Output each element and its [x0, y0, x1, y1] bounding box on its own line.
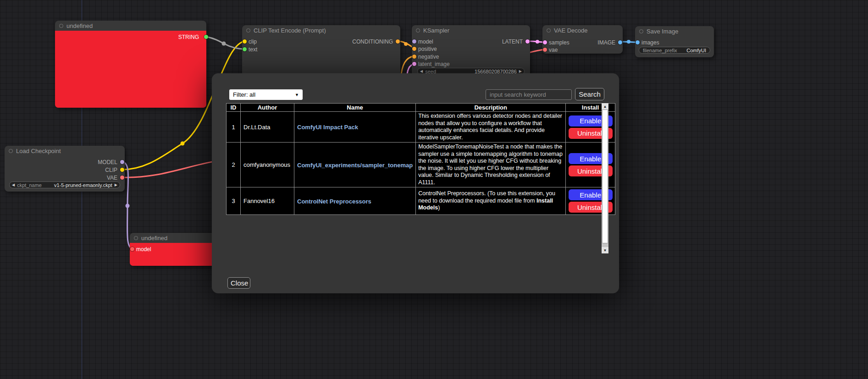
table-scrollbar[interactable]: ▲ ▼ — [602, 103, 608, 253]
table-row: 1 Dr.Lt.Data ComfyUI Impact Pack This ex… — [227, 112, 615, 143]
widget-right-arrow-icon[interactable]: ▶ — [517, 69, 524, 73]
extension-author: Fannovel16 — [241, 187, 294, 215]
input-label-images: images — [641, 39, 659, 46]
extension-link[interactable]: ControlNet Preprocessors — [297, 198, 371, 205]
search-button[interactable]: Search — [575, 88, 604, 100]
widget-left-arrow-icon[interactable]: ◀ — [10, 183, 17, 187]
input-slot-vae[interactable] — [543, 48, 547, 52]
extension-description: ModelSamplerTonemapNoiseTest a node that… — [416, 143, 566, 187]
output-label-conditioning: CONDITIONING — [352, 38, 393, 45]
output-slot-conditioning[interactable] — [396, 39, 400, 44]
ckpt-widget-value: v1-5-pruned-emaonly.ckpt — [54, 182, 112, 188]
input-slot-model[interactable] — [130, 247, 134, 251]
input-label-positive: positive — [418, 46, 437, 52]
collapse-dot-icon[interactable] — [547, 28, 551, 33]
node-title: undefined — [66, 22, 93, 29]
node-title: Save Image — [647, 28, 678, 35]
ckpt-widget-label: ckpt_name — [17, 182, 42, 188]
scroll-down-icon[interactable]: ▼ — [602, 247, 608, 253]
filename-prefix-widget[interactable]: filename_prefix ComfyUI — [639, 47, 710, 54]
extension-id: 1 — [227, 112, 241, 143]
node-undefined-top[interactable]: undefined STRING — [55, 21, 206, 108]
input-label-model: model — [418, 38, 433, 45]
widget-right-arrow-icon[interactable]: ▶ — [112, 183, 120, 187]
output-slot-latent[interactable] — [525, 39, 530, 44]
input-label-text: text — [249, 46, 257, 53]
output-slot-string[interactable] — [204, 35, 208, 39]
collapse-dot-icon[interactable] — [246, 28, 250, 33]
chevron-down-icon: ▼ — [295, 93, 299, 97]
extensions-table: ID Author Name Description Install 1 Dr.… — [226, 103, 615, 215]
node-title: CLIP Text Encode (Prompt) — [254, 27, 326, 34]
collapse-dot-icon[interactable] — [9, 149, 13, 153]
extension-id: 2 — [227, 143, 241, 187]
table-row: 3 Fannovel16 ControlNet Preprocessors Co… — [227, 187, 615, 215]
output-slot-clip[interactable] — [120, 168, 124, 172]
input-label-samples: samples — [549, 39, 569, 46]
node-load-checkpoint[interactable]: Load Checkpoint MODEL CLIP VAE ◀ ckpt_na… — [5, 146, 125, 192]
extension-author: Dr.Lt.Data — [241, 112, 294, 143]
input-label-negative: negative — [418, 54, 439, 60]
input-slot-images[interactable] — [636, 40, 640, 44]
node-graph-canvas[interactable]: undefined STRING CLIP Text Encode (Promp… — [0, 0, 868, 379]
input-slot-text[interactable] — [243, 47, 247, 51]
collapse-dot-icon[interactable] — [134, 236, 138, 240]
ckpt-name-widget[interactable]: ◀ ckpt_name v1-5-pruned-emaonly.ckpt ▶ — [9, 181, 120, 188]
output-label-latent: LATENT — [502, 38, 523, 45]
output-label-model: MODEL — [98, 159, 117, 165]
header-name: Name — [294, 104, 416, 112]
output-label-image: IMAGE — [597, 39, 615, 46]
custom-nodes-manager-dialog: Filter: all ▼ Search ID Author Name Desc… — [212, 73, 619, 293]
error-node-body — [55, 31, 206, 108]
input-slot-model[interactable] — [412, 39, 416, 44]
header-description: Description — [416, 104, 566, 112]
output-label-clip: CLIP — [105, 167, 117, 173]
extension-id: 3 — [227, 187, 241, 215]
node-title-bar[interactable]: VAE Decode — [542, 25, 623, 35]
node-title: KSampler — [423, 27, 449, 34]
collapse-dot-icon[interactable] — [639, 29, 643, 33]
scrollbar-thumb[interactable] — [602, 110, 608, 243]
close-button[interactable]: Close — [227, 277, 250, 289]
table-header-row: ID Author Name Description Install — [227, 104, 615, 112]
input-slot-negative[interactable] — [412, 55, 416, 59]
output-slot-model[interactable] — [120, 160, 124, 164]
filter-dropdown[interactable]: Filter: all ▼ — [229, 89, 303, 100]
widget-left-arrow-icon[interactable]: ◀ — [418, 69, 425, 73]
filename-widget-label: filename_prefix — [639, 48, 677, 53]
header-author: Author — [241, 104, 294, 112]
scroll-up-icon[interactable]: ▲ — [602, 103, 608, 110]
output-slot-vae[interactable] — [120, 176, 124, 180]
node-title-bar[interactable]: KSampler — [412, 25, 530, 35]
input-slot-clip[interactable] — [243, 39, 247, 44]
input-slot-latent-image[interactable] — [412, 62, 416, 66]
table-row: 2 comfyanonymous ComfyUI_experiments/sam… — [227, 143, 615, 187]
input-label-vae: vae — [549, 47, 558, 53]
collapse-dot-icon[interactable] — [416, 28, 420, 33]
node-save-image[interactable]: Save Image images filename_prefix ComfyU… — [635, 26, 714, 57]
collapse-dot-icon[interactable] — [59, 24, 63, 28]
header-id: ID — [227, 104, 241, 112]
extension-description: ControlNet Preprocessors. (To use this e… — [416, 187, 566, 215]
node-vae-decode[interactable]: VAE Decode samples vae IMAGE — [542, 25, 623, 54]
input-label-latent-image: latent_image — [418, 61, 450, 67]
output-slot-image[interactable] — [618, 40, 622, 44]
extension-author: comfyanonymous — [241, 143, 294, 187]
input-slot-samples[interactable] — [543, 40, 547, 44]
node-title-bar[interactable]: Save Image — [635, 26, 714, 36]
node-title: undefined — [141, 235, 167, 242]
extension-link[interactable]: ComfyUI Impact Pack — [297, 124, 358, 131]
node-title-bar[interactable]: undefined — [55, 21, 206, 31]
input-label-clip: clip — [249, 38, 257, 45]
node-title-bar[interactable]: CLIP Text Encode (Prompt) — [242, 25, 400, 35]
input-label-model: model — [136, 246, 151, 253]
input-slot-positive[interactable] — [412, 47, 416, 51]
extension-description: This extension offers various detector n… — [416, 112, 566, 143]
output-label-string: STRING — [178, 34, 199, 40]
extension-link[interactable]: ComfyUI_experiments/sampler_tonemap — [297, 162, 413, 169]
filter-dropdown-value: Filter: all — [233, 91, 255, 98]
node-title-bar[interactable]: Load Checkpoint — [5, 146, 125, 156]
output-label-vae: VAE — [107, 175, 117, 181]
search-input[interactable] — [486, 89, 572, 100]
node-title: Load Checkpoint — [16, 148, 61, 154]
